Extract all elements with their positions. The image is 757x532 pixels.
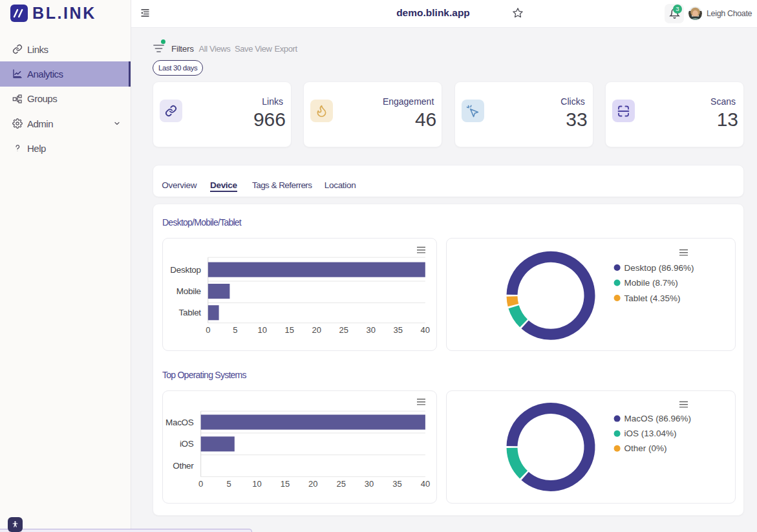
svg-text:15: 15 — [281, 479, 290, 489]
svg-text:iOS (13.04%): iOS (13.04%) — [624, 429, 677, 438]
svg-text:25: 25 — [336, 479, 345, 489]
svg-text:20: 20 — [312, 325, 321, 335]
svg-text:40: 40 — [421, 479, 430, 489]
svg-text:Mobile: Mobile — [176, 286, 201, 296]
svg-text:20: 20 — [308, 479, 317, 489]
svg-text:15: 15 — [285, 325, 294, 335]
svg-text:30: 30 — [367, 325, 376, 335]
svg-text:5: 5 — [233, 325, 237, 335]
svg-text:Other (0%): Other (0%) — [624, 443, 667, 453]
svg-text:Tablet: Tablet — [179, 308, 202, 317]
svg-text:Mobile (8.7%): Mobile (8.7%) — [624, 278, 678, 288]
svg-text:0: 0 — [198, 479, 203, 489]
svg-text:Desktop (86.96%): Desktop (86.96%) — [624, 263, 694, 273]
svg-text:Tablet (4.35%): Tablet (4.35%) — [624, 293, 681, 303]
svg-text:5: 5 — [226, 479, 231, 489]
svg-text:MacOS (86.96%): MacOS (86.96%) — [624, 414, 692, 423]
svg-text:Other: Other — [173, 461, 194, 471]
svg-text:35: 35 — [392, 479, 401, 489]
svg-text:30: 30 — [365, 479, 374, 489]
svg-text:MacOS: MacOS — [165, 418, 194, 427]
svg-text:Desktop: Desktop — [170, 265, 200, 275]
svg-text:35: 35 — [394, 325, 403, 335]
svg-text:10: 10 — [252, 479, 261, 489]
svg-text:40: 40 — [421, 325, 430, 335]
svg-text:10: 10 — [258, 325, 267, 335]
svg-text:0: 0 — [206, 325, 210, 335]
svg-text:iOS: iOS — [180, 439, 194, 449]
svg-text:25: 25 — [339, 325, 348, 335]
